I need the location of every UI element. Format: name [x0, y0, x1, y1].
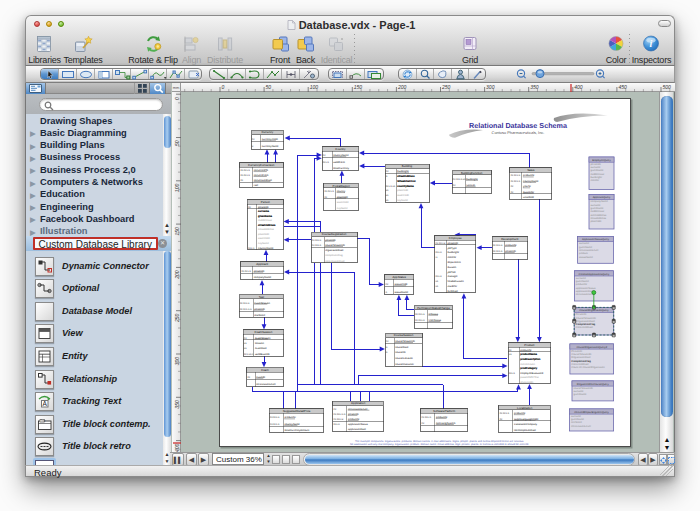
svg-text:0: 0: [174, 97, 180, 100]
svg-text:PK,FK1,I1: PK,FK1,I1: [241, 270, 251, 273]
svg-text:translationCompany: translationCompany: [514, 423, 538, 426]
svg-text:BuildingFunction: BuildingFunction: [461, 171, 483, 175]
svg-text:courseLocation: courseLocation: [395, 357, 413, 360]
svg-text:CertifiedRepairEngineerQuery: CertifiedRepairEngineerQuery: [574, 411, 609, 414]
svg-text:PK,FK2,I2: PK,FK2,I2: [240, 302, 250, 305]
svg-text:250: 250: [174, 313, 180, 323]
svg-text:registrationDate: registrationDate: [325, 249, 344, 252]
svg-text:200: 200: [397, 84, 407, 90]
svg-text:companyName: companyName: [254, 276, 272, 279]
svg-text:100: 100: [310, 84, 319, 90]
svg-text:PostalRegion: PostalRegion: [333, 184, 351, 188]
svg-text:localCurrency: localCurrency: [333, 167, 350, 170]
svg-text:350: 350: [530, 84, 539, 90]
svg-text:countryName: countryName: [258, 247, 274, 250]
svg-text:ApplicationStatusQuery: ApplicationStatusQuery: [582, 238, 610, 241]
svg-text:employeeEvaluated: employeeEvaluated: [520, 372, 543, 375]
svg-text:Exam: Exam: [261, 368, 269, 372]
svg-text:PK,FK2,I4: PK,FK2,I4: [334, 418, 344, 421]
svg-text:SuggestedRetailPrice: SuggestedRetailPrice: [283, 409, 311, 413]
svg-text:A: A: [43, 400, 48, 407]
svg-text:certificationLevel: certificationLevel: [256, 383, 276, 386]
svg-text:postCode: postCode: [397, 189, 409, 192]
svg-text:headsDivision: headsDivision: [448, 280, 465, 283]
svg-text:SoftwarePlatform: SoftwarePlatform: [433, 409, 456, 413]
svg-text:250: 250: [441, 84, 451, 90]
svg-text:350: 350: [174, 400, 180, 409]
svg-text:100: 100: [174, 184, 180, 193]
svg-text:testScore: testScore: [254, 314, 266, 317]
svg-text:CourseRegistrationQuery: CourseRegistrationQuery: [579, 309, 609, 312]
svg-text:Employee: Employee: [449, 236, 462, 240]
svg-text:middleInitial: middleInitial: [258, 219, 272, 222]
svg-text:Currency: Currency: [261, 130, 273, 134]
svg-text:PK,FK2,I2: PK,FK2,I2: [240, 174, 250, 177]
svg-text:PK,FK2,I2: PK,FK2,I2: [493, 244, 503, 247]
svg-text:ExamSession: ExamSession: [255, 330, 273, 334]
svg-text:surname: surname: [258, 210, 269, 213]
svg-text:roomNr: roomNr: [590, 179, 599, 182]
svg-text:emailAddress: emailAddress: [258, 228, 274, 231]
svg-text:examDate: examDate: [255, 347, 267, 350]
svg-text:PK,FK1,I1: PK,FK1,I1: [511, 180, 521, 183]
svg-text:PK,FK1,I1: PK,FK1,I1: [324, 190, 334, 193]
svg-text:WheelchairAcc: WheelchairAcc: [397, 180, 416, 183]
svg-text:Sales: Sales: [527, 168, 535, 172]
svg-text:RegisteredForCourseQuery: RegisteredForCourseQuery: [577, 383, 610, 386]
svg-text:Country: Country: [335, 147, 346, 151]
svg-text:500: 500: [663, 84, 672, 90]
svg-text:ConfirmedDate: ConfirmedDate: [576, 326, 594, 329]
svg-text:streetAddress: streetAddress: [397, 175, 415, 178]
svg-text:givenName: givenName: [573, 393, 587, 396]
svg-text:PK,FK1,I3,I1: PK,FK1,I3,I1: [240, 308, 253, 311]
svg-text:Test: Test: [259, 295, 264, 299]
svg-text:givenName: givenName: [258, 215, 272, 218]
svg-text:FK1,I1,U1: FK1,I1,U1: [386, 185, 396, 188]
svg-text:400: 400: [574, 84, 583, 90]
svg-text:statusName: statusName: [394, 291, 408, 294]
svg-text:prodCategory: prodCategory: [520, 367, 538, 370]
svg-text:FK2,I2: FK2,I2: [436, 275, 443, 278]
svg-text:jobType: jobType: [447, 247, 458, 250]
svg-text:Application: Application: [351, 401, 366, 405]
svg-text:Applicant: Applicant: [256, 262, 268, 266]
svg-text:PK,FK2,I2: PK,FK2,I2: [511, 174, 521, 177]
svg-text:FK1,I1: FK1,I1: [248, 247, 255, 250]
svg-text:PermissionStatusChange: PermissionStatusChange: [417, 306, 450, 310]
svg-text:CourseRegistration: CourseRegistration: [322, 232, 347, 236]
svg-text:cityName: cityName: [337, 207, 348, 210]
svg-text:applicationDate: applicationDate: [348, 428, 366, 431]
svg-text:cityName: cityName: [258, 242, 269, 245]
svg-text:CertificationLevel: CertificationLevel: [571, 425, 591, 428]
svg-text:300: 300: [486, 84, 495, 90]
svg-text:stateCode: stateCode: [397, 194, 409, 197]
svg-text:Building: Building: [402, 164, 413, 168]
svg-text:Title: Title: [41, 419, 46, 423]
svg-text:clientVersion: clientVersion: [520, 363, 535, 366]
svg-text:CourseRegistrationQuery2: CourseRegistrationQuery2: [576, 346, 607, 349]
svg-text:PK,FK1,I1: PK,FK1,I1: [500, 412, 510, 415]
svg-text:currencyName: currencyName: [262, 145, 279, 148]
svg-text:FK2,I3: FK2,I3: [334, 423, 341, 426]
svg-text:i: i: [650, 38, 653, 49]
svg-text:stateCode: stateCode: [258, 237, 270, 240]
svg-text:usedForm: usedForm: [333, 161, 345, 164]
svg-text:statusName: statusName: [579, 256, 593, 259]
svg-text:postCode: postCode: [258, 233, 270, 236]
svg-text:FK1,I1: FK1,I1: [509, 372, 516, 375]
svg-text:FK1,I1: FK1,I1: [323, 161, 330, 164]
svg-text:CourseSession: CourseSession: [394, 333, 414, 337]
svg-text:postCode: postCode: [590, 220, 602, 223]
svg-text:insideNr: insideNr: [448, 285, 458, 288]
svg-text:300: 300: [174, 357, 180, 366]
svg-text:AppStatus: AppStatus: [393, 275, 407, 279]
svg-text:PK,FK2,I2: PK,FK2,I2: [312, 239, 322, 242]
svg-text:prodDescription: prodDescription: [520, 358, 540, 361]
svg-text:PK,FK1,I1: PK,FK1,I1: [312, 244, 322, 247]
svg-text:birthDate: birthDate: [448, 290, 459, 293]
svg-text:PK,FK1,I1: PK,FK1,I1: [415, 313, 425, 316]
svg-text:Localization: Localization: [517, 406, 533, 410]
svg-text:roomNr: roomNr: [448, 256, 457, 259]
svg-text:courseInstructor: courseInstructor: [395, 363, 414, 366]
svg-text:buildingNr: buildingNr: [448, 251, 460, 254]
